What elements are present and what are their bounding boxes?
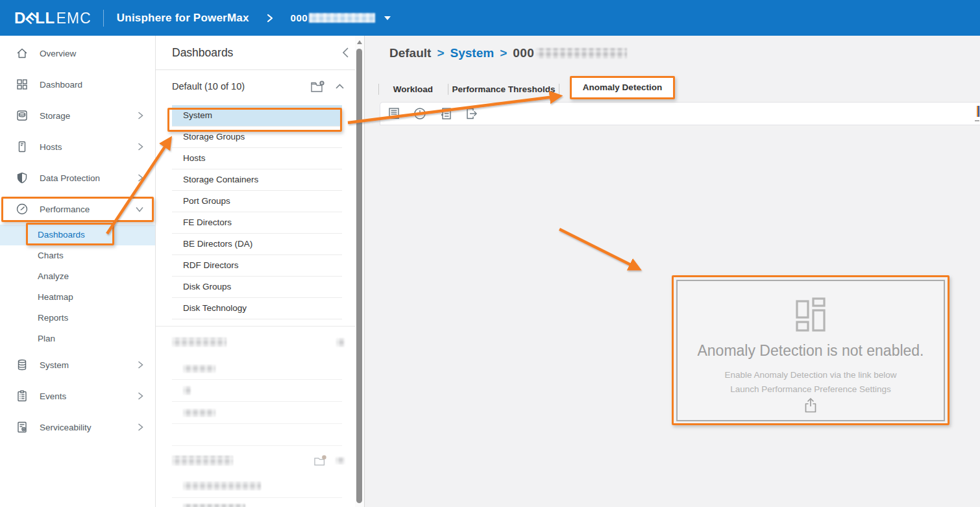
panel-scrollbar[interactable]: [355, 36, 364, 507]
array-selector-dropdown[interactable]: 000: [291, 12, 391, 23]
array-serial-redacted: [309, 13, 375, 23]
sidebar-label: Data Protection: [40, 173, 137, 183]
redacted-section-header: [156, 446, 364, 475]
dashboard-item-system[interactable]: System: [172, 105, 342, 127]
tab-bar: Workload Performance Thresholds: [378, 78, 559, 101]
dashboard-item-hosts[interactable]: Hosts: [172, 148, 342, 169]
report-icon[interactable]: [387, 106, 401, 121]
sidebar-item-charts[interactable]: Charts: [0, 245, 155, 266]
empty-state-line1: Enable Anomaly Detection via the link be…: [725, 370, 897, 380]
details-list-icon[interactable]: [439, 106, 453, 121]
chevron-right-icon: [137, 391, 144, 401]
empty-state-title: Anomaly Detection is not enabled.: [697, 342, 924, 360]
dell-emc-logo[interactable]: DELL EMC: [14, 9, 92, 27]
redacted-section-header: [156, 327, 364, 358]
redacted-section-title: [172, 456, 233, 465]
dashboard-item-disk-technology[interactable]: Disk Technology: [172, 298, 342, 319]
main-content: Default > System > 000 Workload Performa…: [365, 36, 980, 507]
new-dashboard-folder-icon[interactable]: [310, 80, 326, 93]
dashboard-item-rdf-directors[interactable]: RDF Directors: [172, 255, 342, 277]
breadcrumb-default[interactable]: Default: [389, 46, 431, 60]
launch-icon-wrap[interactable]: [803, 397, 818, 414]
sidebar-item-reports[interactable]: Reports: [0, 308, 155, 328]
shield-icon: [16, 171, 29, 184]
sidebar-label: Overview: [40, 49, 155, 58]
hosts-icon: [16, 140, 29, 153]
sidebar-label: Storage: [40, 111, 137, 121]
panel-title: Dashboards: [172, 46, 341, 60]
sidebar-label: Hosts: [40, 142, 137, 152]
dashboard-item-fe-directors[interactable]: FE Directors: [172, 212, 342, 234]
export-icon[interactable]: [465, 106, 479, 121]
sidebar-item-overview[interactable]: Overview: [0, 38, 155, 69]
collapse-panel-icon[interactable]: [341, 46, 350, 59]
sidebar-item-analyze[interactable]: Analyze: [0, 266, 155, 287]
scrollbar-thumb[interactable]: [356, 49, 362, 503]
dashboard-grid-icon: [795, 297, 826, 333]
sidebar-item-performance[interactable]: Performance: [0, 193, 155, 225]
redacted-item: [183, 482, 261, 490]
anomaly-empty-state: Anomaly Detection is not enabled. Enable…: [676, 280, 945, 421]
clipboard-icon: [16, 390, 29, 402]
default-section-label: Default (10 of 10): [172, 81, 301, 92]
sidebar-item-plan[interactable]: Plan: [0, 328, 155, 349]
sidebar-label: Events: [40, 391, 137, 401]
dell-logo-text: DELL: [14, 9, 55, 27]
collapse-section-icon[interactable]: [335, 83, 345, 90]
launch-preference-settings-link[interactable]: Launch Performance Preference Settings: [730, 384, 891, 394]
redacted-section-icon: [336, 457, 345, 464]
breadcrumb-system-link[interactable]: System: [450, 46, 495, 60]
new-dashboard-folder-icon[interactable]: [313, 454, 328, 467]
dashboards-panel: Dashboards Default (10 of 10) System Sto…: [156, 36, 365, 507]
redacted-list: [172, 475, 342, 507]
chevron-right-icon: [137, 173, 144, 182]
sidebar-label: System: [40, 360, 137, 370]
tab-workload[interactable]: Workload: [378, 78, 448, 101]
chevron-right-icon: [137, 142, 144, 151]
storage-icon: [16, 109, 29, 122]
sidebar-item-system[interactable]: System: [0, 349, 155, 380]
performance-toolbar: [380, 102, 980, 125]
breadcrumb: Default > System > 000: [389, 46, 627, 60]
dashboard-item-storage-containers[interactable]: Storage Containers: [172, 169, 342, 191]
app-title: Unisphere for PowerMax: [117, 12, 249, 25]
dashboard-item-be-directors[interactable]: BE Directors (DA): [172, 234, 342, 255]
redacted-item: [183, 365, 215, 373]
sidebar-item-dashboards[interactable]: Dashboards: [0, 225, 155, 245]
sidebar-item-hosts[interactable]: Hosts: [0, 131, 155, 162]
clipped-chart-icon[interactable]: [977, 106, 980, 117]
array-serial-prefix: 000: [291, 12, 308, 23]
breadcrumb-separator: >: [437, 46, 444, 60]
dropdown-caret-icon: [384, 16, 391, 20]
redacted-list: [172, 358, 342, 446]
sidebar-item-heatmap[interactable]: Heatmap: [0, 287, 155, 308]
dashboard-item-disk-groups[interactable]: Disk Groups: [172, 277, 342, 298]
tab-performance-thresholds[interactable]: Performance Thresholds: [448, 78, 559, 101]
gauge-icon: [16, 203, 29, 216]
serviceability-icon: [16, 421, 29, 434]
chevron-right-icon: [137, 360, 144, 369]
breadcrumb-separator: >: [500, 46, 507, 60]
left-navigation: Overview Dashboard Storage Hosts Data Pr…: [0, 36, 156, 507]
sidebar-label: Serviceability: [40, 423, 137, 432]
tab-anomaly-detection[interactable]: Anomaly Detection: [570, 76, 675, 99]
sidebar-item-dashboard[interactable]: Dashboard: [0, 69, 155, 100]
chevron-right-icon: [137, 423, 144, 432]
emc-logo-text: EMC: [56, 10, 92, 27]
sidebar-item-events[interactable]: Events: [0, 380, 155, 412]
redacted-item: [183, 504, 245, 507]
header-chevron-icon: [266, 14, 274, 23]
sidebar-item-serviceability[interactable]: Serviceability: [0, 412, 155, 443]
redacted-item: [183, 386, 191, 395]
time-range-icon[interactable]: [413, 106, 427, 121]
scrollbar-up-arrow-icon[interactable]: [357, 40, 362, 44]
dashboard-item-port-groups[interactable]: Port Groups: [172, 191, 342, 212]
sidebar-label: Dashboard: [40, 80, 155, 90]
sidebar-item-data-protection[interactable]: Data Protection: [0, 162, 155, 193]
dashboard-item-storage-groups[interactable]: Storage Groups: [172, 127, 342, 148]
database-icon: [16, 358, 29, 371]
home-icon: [16, 47, 29, 60]
sidebar-item-storage[interactable]: Storage: [0, 100, 155, 131]
header-divider: [103, 10, 104, 27]
chevron-right-icon: [137, 111, 144, 120]
